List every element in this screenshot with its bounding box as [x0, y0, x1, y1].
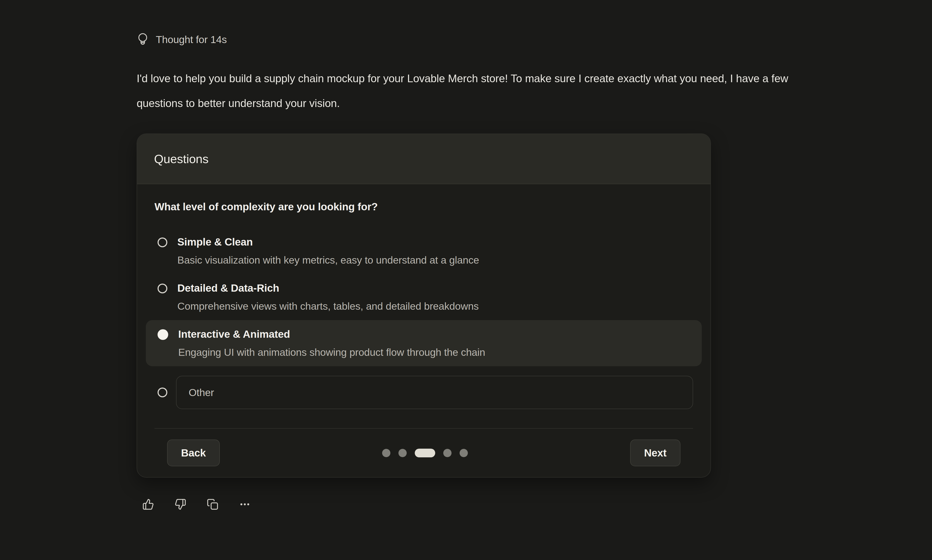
option-interactive-animated[interactable]: Interactive & Animated Engaging UI with … [146, 320, 702, 366]
questions-card-footer: Back Next [154, 428, 693, 477]
option-description: Engaging UI with animations showing prod… [178, 346, 485, 358]
questions-card-body: What level of complexity are you looking… [137, 184, 710, 477]
message-actions-toolbar [142, 498, 932, 510]
radio-detailed-data-rich[interactable] [157, 284, 167, 293]
option-other [146, 376, 702, 409]
next-button[interactable]: Next [630, 440, 681, 466]
other-option-input[interactable] [176, 376, 693, 409]
thumbs-up-icon [142, 498, 154, 510]
lightbulb-icon [137, 32, 148, 46]
thumbs-down-icon [174, 498, 186, 510]
question-text: What level of complexity are you looking… [154, 201, 693, 213]
radio-simple-clean[interactable] [157, 237, 167, 247]
assistant-message-text: I'd love to help you build a supply chai… [137, 66, 833, 116]
radio-interactive-animated[interactable] [157, 329, 168, 340]
option-title: Detailed & Data-Rich [177, 282, 479, 294]
thumbs-down-button[interactable] [174, 498, 186, 510]
ellipsis-icon [239, 498, 251, 510]
option-title: Interactive & Animated [178, 328, 485, 341]
questions-card: Questions What level of complexity are y… [137, 134, 711, 478]
pagination-dot-active[interactable] [415, 449, 435, 457]
questions-card-title: Questions [154, 152, 208, 166]
pagination-dot[interactable] [382, 449, 390, 457]
option-detailed-data-rich[interactable]: Detailed & Data-Rich Comprehensive views… [146, 274, 702, 320]
copy-button[interactable] [207, 498, 219, 510]
pagination-dot[interactable] [399, 449, 407, 457]
pagination-dot[interactable] [459, 449, 468, 457]
option-description: Basic visualization with key metrics, ea… [177, 254, 479, 266]
radio-other[interactable] [157, 388, 167, 397]
copy-icon [207, 498, 219, 510]
thought-header[interactable]: Thought for 14s [137, 32, 932, 46]
chat-message-area: Thought for 14s I'd love to help you bui… [0, 0, 932, 510]
thumbs-up-button[interactable] [142, 498, 154, 510]
option-title: Simple & Clean [177, 236, 479, 248]
back-button[interactable]: Back [167, 440, 220, 466]
more-options-button[interactable] [239, 498, 251, 510]
questions-card-header: Questions [137, 134, 710, 184]
option-description: Comprehensive views with charts, tables,… [177, 300, 479, 312]
thought-duration-label: Thought for 14s [156, 34, 227, 45]
pagination-dot[interactable] [443, 449, 451, 457]
option-simple-clean[interactable]: Simple & Clean Basic visualization with … [146, 228, 702, 274]
pagination-dots [382, 449, 468, 457]
